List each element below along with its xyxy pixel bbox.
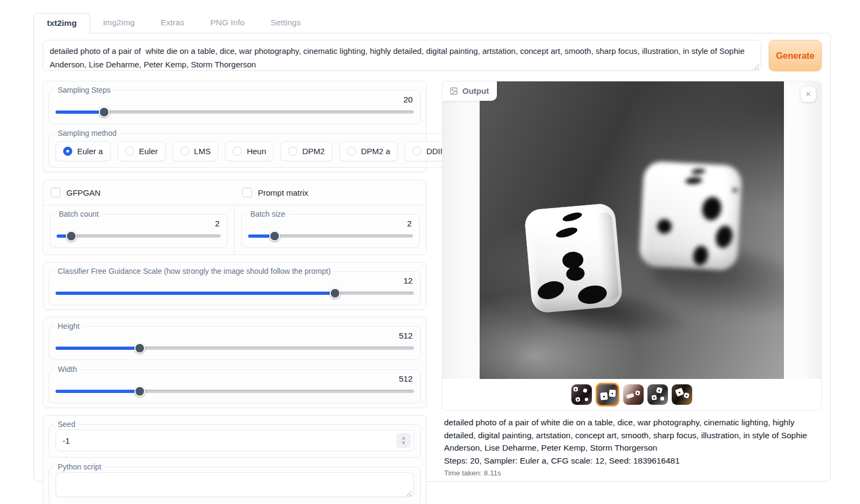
checkbox-icon [242, 188, 252, 197]
tab-png-info[interactable]: PNG Info [197, 13, 258, 33]
batch-count-slider[interactable] [57, 231, 221, 241]
gallery-thumb-4[interactable] [647, 384, 668, 405]
radio-icon [125, 147, 134, 156]
sampling-steps-value: 20 [56, 95, 413, 104]
prompt-matrix-checkbox[interactable]: Prompt matrix [235, 180, 426, 205]
sampler-option-euler[interactable]: Euler [118, 141, 166, 161]
batch-count-cell: Batch count 2 [43, 205, 235, 254]
sampler-option-dpm2-a[interactable]: DPM2 a [339, 141, 398, 161]
sampler-option-label: Heun [247, 147, 266, 156]
cfg-scale-label: Classifier Free Guidance Scale (how stro… [54, 267, 334, 275]
gallery-thumb-5[interactable] [672, 384, 692, 405]
dimensions-group: Height 512 Width 512 [43, 317, 427, 408]
checkbox-icon [51, 188, 60, 197]
output-image-zone [442, 81, 821, 379]
prompt-input[interactable]: detailed photo of a pair of white die on… [43, 40, 761, 71]
prompt-wrapper: detailed photo of a pair of white die on… [43, 40, 761, 73]
caption-params: Steps: 20, Sampler: Euler a, CFG scale: … [444, 454, 820, 467]
gfpgan-label: GFPGAN [66, 188, 100, 197]
settings-column: Sampling Steps 20 Sampling method Euler … [43, 81, 427, 504]
image-icon [449, 87, 458, 95]
seed-script-group: Seed ∧∨ Python script [43, 415, 427, 504]
height-value: 512 [56, 331, 413, 340]
gallery-thumb-2-selected[interactable] [596, 383, 619, 406]
radio-icon [180, 147, 189, 156]
gallery-thumb-1[interactable] [571, 384, 592, 405]
height-field: Height 512 [49, 322, 421, 360]
python-script-label: Python script [54, 462, 105, 471]
cfg-group: Classifier Free Guidance Scale (how stro… [43, 262, 427, 310]
tab-settings[interactable]: Settings [257, 13, 313, 33]
generate-button[interactable]: Generate [769, 40, 822, 71]
app-frame: txt2img img2img Extras PNG Info Settings… [33, 13, 831, 482]
sampler-option-label: DPM2 a [361, 147, 390, 156]
sampler-option-lms[interactable]: LMS [173, 141, 219, 161]
caption-prompt: detailed photo of a pair of white die on… [444, 416, 820, 454]
batch-size-slider[interactable] [248, 231, 413, 241]
seed-input[interactable] [56, 430, 414, 451]
batch-count-label: Batch count [56, 210, 102, 218]
gfpgan-checkbox[interactable]: GFPGAN [43, 180, 235, 205]
gallery-thumb-3[interactable] [623, 384, 644, 405]
output-chip: Output [442, 81, 497, 101]
txt2img-panel: detailed photo of a pair of white die on… [33, 33, 831, 482]
caption-time-taken: Time taken: 8.11s [444, 469, 820, 477]
radio-icon [412, 147, 421, 156]
slider-thumb[interactable] [66, 231, 77, 241]
prompt-row: detailed photo of a pair of white die on… [43, 40, 822, 73]
batch-size-value: 2 [248, 219, 412, 228]
sampling-group: Sampling Steps 20 Sampling method Euler … [43, 81, 427, 172]
generation-info: detailed photo of a pair of white die on… [442, 411, 822, 477]
sampler-option-heun[interactable]: Heun [225, 141, 274, 161]
sampler-option-dpm2[interactable]: DPM2 [281, 141, 332, 161]
sampler-option-label: DPM2 [302, 147, 325, 156]
sampler-option-label: Euler a [77, 147, 103, 156]
tab-bar: txt2img img2img Extras PNG Info Settings [33, 13, 831, 33]
python-script-input[interactable] [56, 472, 414, 497]
sampler-option-euler-a[interactable]: Euler a [56, 141, 111, 161]
width-slider[interactable] [56, 386, 414, 397]
tab-txt2img[interactable]: txt2img [33, 13, 90, 33]
sampling-method-label: Sampling method [54, 129, 120, 137]
sampling-steps-field: Sampling Steps 20 [49, 86, 421, 124]
slider-thumb[interactable] [134, 343, 145, 354]
seed-label: Seed [54, 420, 79, 429]
slider-thumb[interactable] [330, 288, 340, 299]
radio-icon [233, 147, 242, 156]
spinner-down-icon[interactable]: ∨ [402, 440, 406, 445]
width-value: 512 [56, 374, 413, 383]
prompt-matrix-label: Prompt matrix [258, 188, 308, 197]
sampler-option-label: LMS [194, 147, 211, 156]
radio-icon [347, 147, 356, 156]
output-label: Output [462, 86, 489, 95]
sampling-steps-slider[interactable] [56, 107, 414, 118]
tab-extras[interactable]: Extras [148, 13, 197, 33]
die-left [524, 203, 623, 314]
batch-count-field: Batch count 2 [50, 210, 228, 248]
batch-group: GFPGAN Prompt matrix Batch count 2 [43, 179, 427, 255]
die-right [639, 161, 742, 271]
generated-image[interactable] [480, 81, 784, 379]
cfg-scale-slider[interactable] [56, 288, 414, 299]
slider-thumb[interactable] [269, 231, 280, 241]
output-column: Output × [442, 81, 822, 477]
batch-count-value: 2 [57, 219, 220, 228]
batch-size-label: Batch size [247, 210, 289, 218]
output-panel: Output × [442, 81, 822, 411]
number-spinner[interactable]: ∧∨ [397, 433, 411, 448]
python-script-field: Python script [49, 462, 421, 504]
cfg-scale-field: Classifier Free Guidance Scale (how stro… [49, 267, 421, 305]
cfg-scale-value: 12 [56, 276, 413, 285]
width-field: Width 512 [49, 365, 421, 403]
close-icon[interactable]: × [801, 87, 816, 102]
width-label: Width [54, 365, 80, 374]
batch-size-field: Batch size 2 [241, 210, 420, 248]
sampling-steps-label: Sampling Steps [54, 86, 114, 94]
height-label: Height [54, 322, 83, 330]
height-slider[interactable] [56, 343, 414, 354]
gallery-strip [442, 379, 821, 410]
slider-thumb[interactable] [99, 107, 110, 118]
slider-thumb[interactable] [134, 386, 145, 397]
tab-img2img[interactable]: img2img [90, 13, 148, 33]
seed-field: Seed ∧∨ [49, 420, 421, 458]
